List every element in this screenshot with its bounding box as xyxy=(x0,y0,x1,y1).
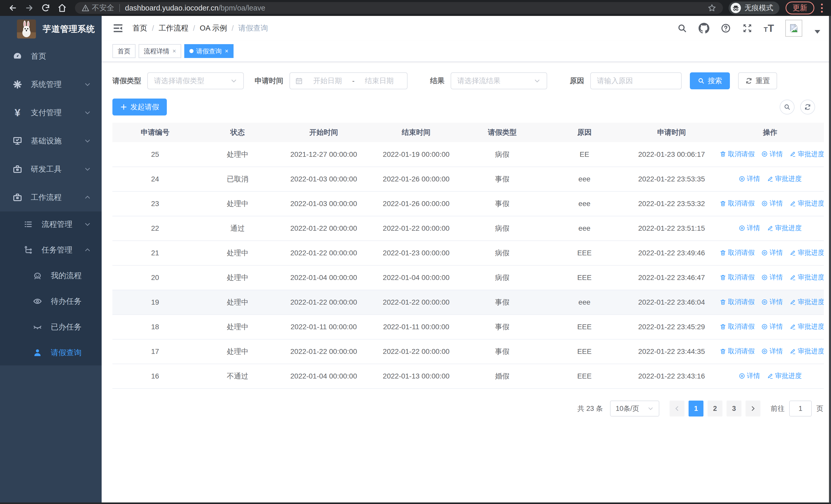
cancel-action-link[interactable]: 取消请假 xyxy=(720,322,754,331)
sidebar-item-my-process[interactable]: 我的流程 xyxy=(0,263,102,289)
cancel-action-link[interactable]: 取消请假 xyxy=(720,248,754,257)
table-search-toggle-button[interactable] xyxy=(780,99,795,114)
monitor-icon xyxy=(12,136,23,146)
progress-action-link[interactable]: 审批进度 xyxy=(790,150,824,158)
reload-icon[interactable] xyxy=(38,1,53,15)
sidebar-item-process-management[interactable]: 流程管理 xyxy=(0,211,102,237)
tag-home[interactable]: 首页 xyxy=(112,44,136,58)
browser-update-button[interactable]: 更新 xyxy=(785,2,814,14)
progress-action-link[interactable]: 审批进度 xyxy=(790,322,824,331)
detail-action-link[interactable]: 详情 xyxy=(761,248,783,257)
result-select[interactable]: 请选择流结果 xyxy=(451,72,547,89)
detail-action-link[interactable]: 详情 xyxy=(761,273,783,282)
page-button-2[interactable]: 2 xyxy=(708,401,722,416)
page-size-select[interactable]: 10条/页 xyxy=(610,401,659,416)
sidebar-item-done-tasks[interactable]: 已办任务 xyxy=(0,314,102,340)
security-indicator[interactable]: 不安全 xyxy=(82,3,114,13)
leave-type-select[interactable]: 请选择请假类型 xyxy=(147,72,244,89)
progress-action-link[interactable]: 审批进度 xyxy=(767,224,802,233)
logo[interactable]: 芋道管理系统 xyxy=(0,16,102,42)
breadcrumb-item[interactable]: 工作流程 xyxy=(159,23,189,33)
cell-reason: eee xyxy=(542,216,627,241)
tag-leave-query[interactable]: 请假查询 × xyxy=(184,44,233,58)
chevron-down-icon xyxy=(648,406,654,412)
sidebar-item-devtools[interactable]: 研发工具 xyxy=(0,155,102,183)
progress-action-link[interactable]: 审批进度 xyxy=(767,371,802,380)
search-button[interactable]: 搜索 xyxy=(690,72,730,89)
breadcrumb-item[interactable]: OA 示例 xyxy=(200,23,227,33)
detail-action-link[interactable]: 详情 xyxy=(761,322,783,331)
progress-action-link[interactable]: 审批进度 xyxy=(790,199,824,208)
cancel-action-link[interactable]: 取消请假 xyxy=(720,297,754,306)
refresh-icon xyxy=(804,103,811,111)
detail-action-link[interactable]: 详情 xyxy=(761,297,783,306)
home-icon[interactable] xyxy=(55,1,69,15)
apply-time-range-picker[interactable]: 开始日期 - 结束日期 xyxy=(289,72,407,89)
progress-action-link[interactable]: 审批进度 xyxy=(790,273,824,282)
table-row: 22通过2022-01-22 00:00:002022-01-22 00:00:… xyxy=(112,216,824,241)
sidebar-item-workflow[interactable]: 工作流程 xyxy=(0,183,102,211)
detail-action-link[interactable]: 详情 xyxy=(761,199,783,208)
reason-input[interactable] xyxy=(597,77,675,85)
reset-button[interactable]: 重置 xyxy=(738,72,777,89)
detail-action-link[interactable]: 详情 xyxy=(739,224,760,233)
table-refresh-button[interactable] xyxy=(800,99,815,114)
progress-action-link[interactable]: 审批进度 xyxy=(790,297,824,306)
cancel-action-link[interactable]: 取消请假 xyxy=(720,273,754,282)
goto-page-input[interactable] xyxy=(789,401,812,416)
cancel-action-link[interactable]: 取消请假 xyxy=(720,199,754,208)
sidebar-item-system[interactable]: 系统管理 xyxy=(0,70,102,98)
tag-process-detail[interactable]: 流程详情 × xyxy=(139,44,181,58)
sidebar-item-home[interactable]: 首页 xyxy=(0,42,102,70)
cell-leave-type: 病假 xyxy=(462,142,542,167)
briefcase-icon xyxy=(12,192,23,202)
progress-action-link[interactable]: 审批进度 xyxy=(790,248,824,257)
scrollbar[interactable] xyxy=(829,16,831,504)
detail-action-link[interactable]: 详情 xyxy=(739,174,760,183)
github-icon[interactable] xyxy=(698,23,709,34)
close-icon[interactable]: × xyxy=(225,48,228,55)
table-row: 16不通过2022-01-04 00:00:002022-01-13 00:00… xyxy=(112,364,824,388)
progress-action-link[interactable]: 审批进度 xyxy=(767,174,802,183)
create-leave-button[interactable]: 发起请假 xyxy=(112,98,167,116)
col-apply-time: 申请时间 xyxy=(627,123,716,142)
cell-leave-type: 事假 xyxy=(462,290,542,315)
prev-page-button[interactable] xyxy=(669,401,684,416)
table-row: 20处理中2022-01-04 00:00:002022-01-04 00:00… xyxy=(112,265,824,290)
font-size-icon[interactable]: TT xyxy=(764,23,774,34)
sidebar-item-task-management[interactable]: 任务管理 xyxy=(0,237,102,263)
detail-action-link[interactable]: 详情 xyxy=(739,371,760,380)
incognito-icon xyxy=(730,3,741,13)
close-icon[interactable]: × xyxy=(172,48,176,55)
cancel-action-link[interactable]: 取消请假 xyxy=(720,150,754,158)
forward-icon[interactable] xyxy=(22,1,36,15)
page-button-3[interactable]: 3 xyxy=(726,401,741,416)
header-search-icon[interactable] xyxy=(677,23,687,33)
sidebar-toggle-icon[interactable] xyxy=(112,23,124,34)
breadcrumb-item[interactable]: 首页 xyxy=(133,23,147,33)
detail-action-link[interactable]: 详情 xyxy=(761,347,783,356)
back-icon[interactable] xyxy=(6,1,20,15)
browser-menu-icon[interactable] xyxy=(821,4,823,12)
help-icon[interactable] xyxy=(721,23,731,33)
cell-reason: EEE xyxy=(542,241,627,265)
sidebar-item-leave-query[interactable]: 请假查询 xyxy=(0,340,102,365)
sidebar-item-infrastructure[interactable]: 基础设施 xyxy=(0,127,102,155)
next-page-button[interactable] xyxy=(746,401,761,416)
sidebar-item-todo-tasks[interactable]: 待办任务 xyxy=(0,289,102,314)
table-row: 21处理中2022-01-22 00:00:002022-01-23 00:00… xyxy=(112,241,824,265)
detail-action-link[interactable]: 详情 xyxy=(761,150,783,158)
cell-start-time: 2022-01-22 00:00:00 xyxy=(278,339,370,364)
avatar-caret-icon[interactable] xyxy=(814,30,820,34)
avatar[interactable] xyxy=(785,20,802,37)
cancel-action-link[interactable]: 取消请假 xyxy=(720,347,754,356)
address-bar[interactable]: 不安全 dashboard.yudao.iocoder.cn /bpm/oa/l… xyxy=(75,2,723,14)
window-edge xyxy=(0,502,831,504)
trash-icon xyxy=(720,249,726,256)
page-button-1[interactable]: 1 xyxy=(689,401,704,416)
fullscreen-icon[interactable] xyxy=(742,23,752,33)
progress-action-link[interactable]: 审批进度 xyxy=(790,347,824,356)
pen-icon xyxy=(767,225,774,232)
sidebar-item-payment[interactable]: ¥ 支付管理 xyxy=(0,98,102,127)
bookmark-star-icon[interactable] xyxy=(708,4,716,12)
